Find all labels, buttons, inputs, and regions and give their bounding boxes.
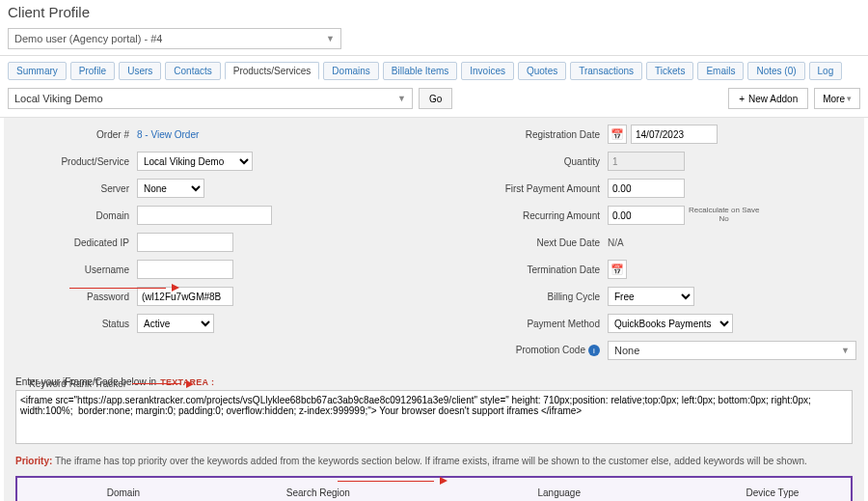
new-addon-button[interactable]: + New Addon bbox=[728, 88, 808, 109]
quantity-input bbox=[608, 152, 685, 171]
payment-method-select[interactable]: QuickBooks Payments bbox=[608, 314, 733, 333]
termination-date-label: Termination Date bbox=[453, 264, 608, 275]
tab-billable[interactable]: Billable Items bbox=[383, 62, 457, 80]
username-input[interactable] bbox=[137, 260, 233, 279]
chevron-down-icon: ▼ bbox=[326, 34, 335, 43]
chevron-down-icon: ▾ bbox=[847, 94, 852, 103]
chevron-down-icon: ▼ bbox=[841, 346, 850, 355]
calendar-icon[interactable]: 📅 bbox=[608, 125, 627, 144]
info-icon[interactable]: i bbox=[588, 345, 600, 356]
product-label: Product/Service bbox=[12, 156, 137, 167]
password-label: Password bbox=[12, 292, 137, 302]
first-payment-label: First Payment Amount bbox=[453, 183, 608, 194]
more-label: More bbox=[823, 94, 845, 104]
quantity-label: Quantity bbox=[453, 156, 608, 167]
server-label: Server bbox=[12, 183, 137, 194]
promo-code-select[interactable]: None ▼ bbox=[608, 341, 856, 360]
tab-profile[interactable]: Profile bbox=[70, 62, 115, 80]
client-select[interactable]: Demo user (Agency portal) - #4 ▼ bbox=[8, 28, 341, 49]
tab-emails[interactable]: Emails bbox=[697, 62, 744, 80]
chevron-down-icon: ▼ bbox=[397, 94, 406, 103]
priority-label: Priority: bbox=[15, 456, 52, 466]
server-select[interactable]: None bbox=[137, 179, 204, 198]
domain-input[interactable] bbox=[137, 206, 272, 225]
priority-text: The iframe has top priority over the key… bbox=[55, 456, 807, 466]
first-payment-input[interactable] bbox=[608, 179, 685, 198]
tab-users[interactable]: Users bbox=[119, 62, 161, 80]
page-title: Client Profile bbox=[8, 4, 860, 20]
username-label: Username bbox=[12, 264, 137, 275]
payment-method-label: Payment Method bbox=[453, 319, 608, 329]
next-due-label: Next Due Date bbox=[453, 237, 608, 248]
promo-code-label: Promotion Codei bbox=[453, 345, 608, 357]
seo-region-header: Search Region bbox=[226, 487, 411, 498]
tab-products-services[interactable]: Products/Services bbox=[225, 62, 320, 80]
dedicated-ip-input[interactable] bbox=[137, 233, 233, 252]
seo-lang-header: Language bbox=[420, 487, 698, 498]
callout-rank-tracker: Keyword Rank Tracker bbox=[29, 378, 126, 389]
recalc-hint: Recalculate on Save No bbox=[689, 207, 759, 224]
tab-transactions[interactable]: Transactions bbox=[570, 62, 642, 80]
billing-cycle-select[interactable]: Free bbox=[608, 287, 694, 306]
iframe-textarea[interactable]: <iframe src="https://app.seranktracker.c… bbox=[15, 390, 853, 444]
tab-quotes[interactable]: Quotes bbox=[518, 62, 566, 80]
status-select[interactable]: Active bbox=[137, 314, 214, 333]
seo-domain-header: Domain bbox=[31, 487, 216, 498]
dedicated-ip-label: Dedicated IP bbox=[12, 237, 137, 248]
tab-summary[interactable]: Summary bbox=[8, 62, 67, 80]
promo-code-value: None bbox=[614, 345, 639, 356]
plus-icon: + bbox=[739, 94, 745, 104]
service-select[interactable]: Local Viking Demo ▼ bbox=[8, 88, 413, 109]
view-order-link[interactable]: 8 - View Order bbox=[137, 129, 199, 140]
tab-contacts[interactable]: Contacts bbox=[165, 62, 220, 80]
tab-notes[interactable]: Notes (0) bbox=[747, 62, 804, 80]
domain-label: Domain bbox=[12, 210, 137, 221]
tab-invoices[interactable]: Invoices bbox=[461, 62, 514, 80]
recurring-amount-input[interactable] bbox=[608, 206, 685, 225]
registration-date-label: Registration Date bbox=[453, 129, 608, 140]
tabs: Summary Profile Users Contacts Products/… bbox=[0, 56, 868, 84]
billing-cycle-label: Billing Cycle bbox=[453, 292, 608, 302]
registration-date-input[interactable] bbox=[631, 125, 718, 144]
seo-device-header: Device Type bbox=[708, 487, 837, 498]
new-addon-label: New Addon bbox=[748, 94, 798, 104]
go-button[interactable]: Go bbox=[419, 88, 452, 109]
next-due-value: N/A bbox=[608, 237, 624, 248]
tab-domains[interactable]: Domains bbox=[323, 62, 378, 80]
product-select[interactable]: Local Viking Demo bbox=[137, 152, 253, 171]
tab-tickets[interactable]: Tickets bbox=[646, 62, 693, 80]
more-button[interactable]: More ▾ bbox=[814, 88, 860, 109]
status-label: Status bbox=[12, 319, 137, 329]
client-select-value: Demo user (Agency portal) - #4 bbox=[14, 33, 162, 44]
order-label: Order # bbox=[12, 129, 137, 140]
tab-log[interactable]: Log bbox=[809, 62, 843, 80]
calendar-icon[interactable]: 📅 bbox=[608, 260, 627, 279]
recurring-amount-label: Recurring Amount bbox=[453, 210, 608, 221]
service-select-value: Local Viking Demo bbox=[14, 93, 103, 104]
